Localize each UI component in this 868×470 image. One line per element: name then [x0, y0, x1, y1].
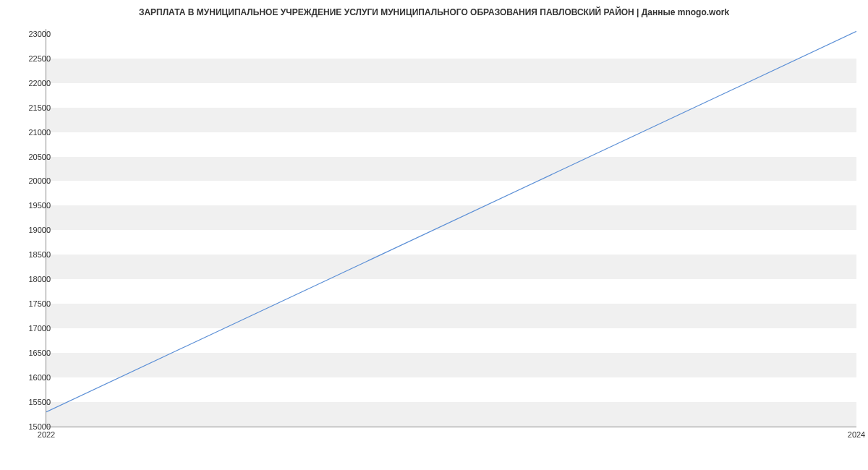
- grid-band: [46, 255, 856, 279]
- grid-band: [46, 205, 856, 230]
- y-tick-label: 19500: [28, 201, 51, 210]
- x-tick-label: 2024: [848, 430, 865, 439]
- y-tick-label: 23000: [28, 30, 51, 38]
- x-tick-label: 2022: [38, 430, 55, 439]
- grid-band: [46, 353, 856, 377]
- y-tick-label: 15500: [28, 398, 51, 406]
- grid-band: [46, 304, 856, 328]
- y-tick-label: 19000: [28, 226, 51, 234]
- y-tick-label: 16000: [28, 373, 51, 382]
- chart-title: ЗАРПЛАТА В МУНИЦИПАЛЬНОЕ УЧРЕЖДЕНИЕ УСЛУ…: [0, 0, 868, 21]
- x-axis-line: [46, 427, 856, 427]
- grid-band: [46, 108, 856, 132]
- y-tick-label: 17000: [28, 324, 51, 333]
- y-tick-label: 22000: [28, 79, 51, 87]
- y-tick-label: 21000: [28, 128, 51, 137]
- grid-band: [46, 402, 856, 427]
- y-tick-label: 21500: [28, 103, 51, 112]
- y-tick-label: 17500: [28, 299, 51, 308]
- grid-band: [46, 157, 856, 181]
- y-tick-label: 20500: [28, 153, 51, 161]
- chart-plot-area: [46, 29, 856, 427]
- y-tick-label: 16500: [28, 349, 51, 357]
- y-tick-label: 18000: [28, 275, 51, 283]
- y-tick-label: 20000: [28, 176, 51, 185]
- grid-band: [46, 59, 856, 83]
- y-tick-label: 22500: [28, 54, 51, 63]
- y-tick-label: 18500: [28, 250, 51, 259]
